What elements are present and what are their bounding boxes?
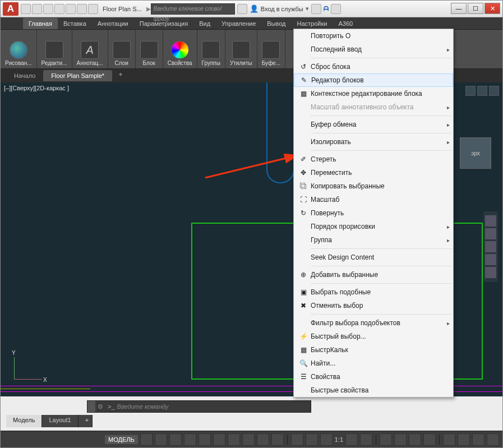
ctx-deselect[interactable]: ✖Отменить выбор: [294, 299, 453, 312]
vp-maximize-icon[interactable]: [477, 86, 487, 96]
sb-quickprops-icon[interactable]: [409, 433, 421, 446]
help-icon[interactable]: [331, 4, 341, 14]
ctx-erase[interactable]: ✐Стереть: [294, 153, 453, 166]
ctx-properties[interactable]: ☰Свойства: [294, 370, 453, 384]
panel-clipboard[interactable]: Буфе...: [257, 30, 285, 68]
ctx-draworder[interactable]: Порядок прорисовки: [294, 220, 453, 233]
sb-polar-icon[interactable]: [184, 433, 196, 446]
panel-utilities[interactable]: Утилиты: [225, 30, 257, 68]
sb-lockui-icon[interactable]: [423, 433, 436, 446]
tab-layout1[interactable]: Layout1: [42, 415, 78, 427]
maximize-button[interactable]: ☐: [468, 3, 483, 14]
ctx-block-editor[interactable]: ✎Редактор блоков: [294, 73, 453, 87]
sb-annoscale-icon[interactable]: [320, 433, 333, 446]
doc-tab-file[interactable]: Floor Plan Sample*: [43, 70, 112, 81]
ctx-quick-props[interactable]: Быстрые свойства: [294, 384, 453, 397]
sb-3dosnap-icon[interactable]: [228, 433, 240, 446]
ctx-last-input[interactable]: Последний ввод: [294, 43, 453, 56]
ctx-edit-in-place[interactable]: ▦Контекстное редактирование блока: [294, 87, 453, 100]
tab-parametric[interactable]: Параметризация: [134, 18, 193, 29]
sb-isodraft-icon[interactable]: [199, 433, 211, 446]
sb-grid-icon[interactable]: [140, 433, 153, 446]
sb-scale-label[interactable]: 1:1: [335, 436, 343, 443]
ctx-repeat[interactable]: Повторить О: [294, 29, 453, 43]
sb-isolate-icon[interactable]: [458, 433, 470, 446]
app-icon[interactable]: A: [3, 2, 19, 16]
sb-osnap-icon[interactable]: [213, 433, 225, 446]
sb-lineweight-icon[interactable]: [257, 433, 269, 446]
panel-block[interactable]: Блок: [136, 30, 163, 68]
tab-view[interactable]: Вид: [193, 18, 216, 29]
tab-home[interactable]: Главная: [23, 18, 58, 29]
ctx-subobj-filter[interactable]: Фильтр выбора подобъектов: [294, 316, 453, 330]
sb-annovis-icon[interactable]: [360, 433, 372, 446]
infocenter-search-icon[interactable]: [237, 4, 247, 14]
panel-modify[interactable]: Редакти...: [37, 30, 72, 68]
panel-draw[interactable]: Рисован...: [1, 30, 37, 68]
tab-output[interactable]: Вывод: [261, 18, 291, 29]
minimize-button[interactable]: —: [451, 3, 467, 14]
ctx-copy[interactable]: ⿻Копировать выбранные: [294, 179, 453, 193]
tab-settings[interactable]: Настройки: [292, 18, 333, 29]
ctx-select-similar[interactable]: ▣Выбрать подобные: [294, 285, 453, 299]
close-button[interactable]: ✕: [484, 3, 500, 14]
sb-customize-icon[interactable]: [487, 433, 499, 446]
qat-new-icon[interactable]: [21, 4, 31, 14]
sb-transparency-icon[interactable]: [271, 433, 284, 446]
qat-undo-icon[interactable]: [77, 4, 87, 14]
drawing-object-clip[interactable]: [266, 82, 294, 183]
panel-groups[interactable]: Группы: [197, 30, 225, 68]
ctx-quickcalc[interactable]: ▦БыстрКальк: [294, 343, 453, 357]
add-doc-tab[interactable]: +: [116, 71, 126, 81]
vp-minimize-icon[interactable]: [465, 86, 476, 96]
panel-layers[interactable]: Слои: [108, 30, 136, 68]
qat-save-icon[interactable]: [43, 4, 53, 14]
tab-annotate[interactable]: Аннотации: [92, 18, 134, 29]
cmdbar-grip[interactable]: [87, 401, 95, 412]
qat-open-icon[interactable]: [32, 4, 42, 14]
sb-gear-icon[interactable]: [345, 433, 358, 446]
tab-model[interactable]: Модель: [6, 415, 42, 427]
ctx-scale[interactable]: ⛶Масштаб: [294, 193, 453, 206]
qat-saveas-icon[interactable]: [54, 4, 64, 14]
tab-a360[interactable]: A360: [333, 18, 358, 29]
ctx-seek[interactable]: Seek Design Content: [294, 251, 453, 264]
sb-modelspace[interactable]: МОДЕЛЬ: [105, 435, 138, 444]
sb-cycling-icon[interactable]: [291, 433, 303, 446]
exchange-icon[interactable]: [311, 4, 321, 14]
nav-showmotion-icon[interactable]: [485, 267, 496, 278]
sb-units-icon[interactable]: [394, 433, 407, 446]
command-line[interactable]: ⚙ >_ Введите команду: [87, 400, 311, 413]
sb-cleanscreen-icon[interactable]: [472, 433, 484, 446]
tab-insert[interactable]: Вставка: [58, 18, 92, 29]
vp-close-icon[interactable]: [489, 86, 499, 96]
sb-ortho-icon[interactable]: [169, 433, 182, 446]
a360-icon[interactable]: ᗩ: [324, 5, 329, 12]
help-search-input[interactable]: Введите ключевое слово/фразу: [151, 3, 235, 15]
qat-print-icon[interactable]: [66, 4, 76, 14]
ctx-move[interactable]: ✥Переместить: [294, 166, 453, 179]
ctx-isolate[interactable]: Изолировать: [294, 135, 453, 149]
viewport-controls[interactable]: [–][Сверху][2D-каркас ]: [4, 85, 69, 91]
doc-tab-start[interactable]: Начало: [6, 70, 43, 81]
ctx-add-selected[interactable]: ⊕Добавить выбранные: [294, 268, 453, 281]
sb-workspace-icon[interactable]: [380, 433, 392, 446]
ctx-quick-select[interactable]: ⚡Быстрый выбор...: [294, 330, 453, 343]
ctx-clipboard[interactable]: Буфер обмена: [294, 118, 453, 131]
ctx-reset-block[interactable]: ↺Сброс блока: [294, 60, 453, 73]
nav-zoom-icon[interactable]: [485, 241, 496, 252]
nav-steering-icon[interactable]: [485, 215, 496, 227]
sb-otrack-icon[interactable]: [242, 433, 255, 446]
ctx-group[interactable]: Группа: [294, 233, 453, 247]
sb-snap-icon[interactable]: [155, 433, 167, 446]
tab-manage[interactable]: Управление: [216, 18, 261, 29]
ctx-rotate[interactable]: ↻Повернуть: [294, 206, 453, 220]
add-layout-tab[interactable]: +: [79, 415, 93, 427]
ctx-find[interactable]: 🔍Найти...: [294, 357, 453, 370]
nav-orbit-icon[interactable]: [485, 254, 496, 265]
cmdbar-customize-icon[interactable]: ⚙: [95, 403, 105, 410]
viewcube[interactable]: эрх: [460, 137, 491, 169]
signin-link[interactable]: Вход в службы: [261, 6, 303, 12]
qat-redo-icon[interactable]: [88, 4, 98, 14]
panel-annotation[interactable]: A Аннотац...: [72, 30, 108, 68]
